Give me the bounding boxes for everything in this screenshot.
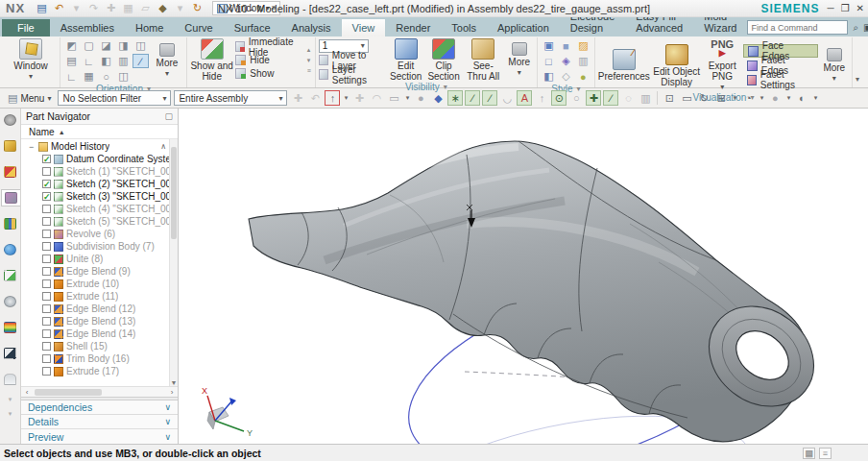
vertex-icon[interactable]: ↑ [534, 90, 549, 106]
tab-render[interactable]: Render [385, 19, 441, 36]
export-png-button[interactable]: PNG▶ Export PNG ▾ [704, 38, 741, 92]
point-icon[interactable]: ✚ [351, 90, 367, 106]
zoom-box-icon[interactable]: ▭ [679, 90, 694, 106]
tree-row[interactable]: Extrude (10) [21, 278, 178, 290]
redo-icon[interactable]: ↷ [86, 2, 101, 15]
snap-settings-icon[interactable]: ▥ [638, 90, 653, 106]
window-switch-button[interactable]: Window ▾ ≡ [212, 1, 280, 15]
circle-icon[interactable]: ○ [568, 90, 584, 106]
tree-row[interactable]: Extrude (11) [21, 290, 178, 303]
cube-icon[interactable]: ◆ [430, 90, 446, 106]
tree-row[interactable]: ✓Sketch (2) "SKETCH_001_ [21, 178, 178, 190]
tree-row[interactable]: Sketch (4) "SKETCH_003_ [21, 203, 178, 215]
hd3d-tool-button[interactable] [1, 241, 20, 258]
shaded-with-edges-icon[interactable]: ▣ [541, 38, 557, 53]
grid-icon[interactable]: ⊞ [713, 90, 729, 106]
menu-button[interactable]: ▤ Menu ▾ [4, 91, 55, 106]
edit-object-display-button[interactable]: Edit Object Display [652, 44, 702, 87]
web-browser-button[interactable] [1, 267, 20, 284]
show-and-hide-button[interactable]: Show and Hide [190, 38, 233, 82]
tab-home[interactable]: Home [125, 19, 174, 36]
top-view-icon[interactable]: ◪ [98, 38, 114, 53]
rectangle-select-icon[interactable]: ▭ [386, 90, 401, 106]
see-thru-all-button[interactable]: See-Thru All [464, 38, 503, 82]
right-view-icon[interactable]: ◫ [133, 38, 149, 53]
paste-icon[interactable]: ▱ [138, 2, 153, 15]
tree-row[interactable]: Edge Blend (9) [21, 265, 178, 278]
tree-row[interactable]: Edge Blend (13) [21, 315, 178, 328]
solid-body[interactable] [249, 141, 833, 442]
angle-point-icon[interactable]: A [517, 90, 532, 106]
feature-checkbox[interactable]: ✓ [42, 192, 51, 201]
wcs-triad[interactable]: X Y [202, 386, 253, 438]
tree-vertical-scrollbar[interactable]: ▼ [169, 139, 178, 386]
undo-dropdown-icon[interactable]: ▾ [69, 2, 84, 15]
zoom-icon[interactable]: ∕ [133, 54, 149, 68]
tree-row[interactable]: Edge Blend (12) [21, 303, 178, 315]
tree-row[interactable]: Revolve (6) [21, 228, 178, 240]
scroll-right-icon[interactable]: › [166, 388, 178, 397]
tab-analysis[interactable]: Analysis [281, 19, 342, 36]
feature-checkbox[interactable]: ✓ [42, 155, 51, 163]
minimize-button[interactable]: ─ [828, 3, 834, 13]
ribbon-overflow-icon[interactable]: ▾ [856, 75, 863, 87]
tab-surface[interactable]: Surface [224, 19, 281, 36]
visual-reports-button[interactable] [1, 319, 20, 336]
tab-file[interactable]: File [2, 19, 50, 36]
reuse-library-button[interactable] [1, 215, 20, 232]
tree-row[interactable]: Sketch (5) "SKETCH_000: [21, 215, 178, 228]
resource-bar-scroll-icon[interactable]: ▾ [9, 397, 12, 402]
details-section[interactable]: Details ∨ [21, 415, 178, 429]
settings-gear-button[interactable] [1, 111, 20, 129]
name-column-header[interactable]: Name ▲ [21, 125, 178, 139]
facet-settings-button[interactable]: Facet Settings [743, 73, 818, 86]
model-history-root-row[interactable]: − Model History ∧ [21, 140, 178, 153]
history-palette-button[interactable] [1, 293, 20, 310]
point-on-line-icon[interactable]: ∕ [603, 90, 618, 106]
fit-view-icon[interactable]: ↑ [325, 90, 340, 106]
tab-assemblies[interactable]: Assemblies [50, 19, 125, 36]
feature-checkbox[interactable] [42, 267, 51, 276]
tree-row[interactable]: Subdivision Body (7) [21, 240, 178, 253]
hide-button[interactable]: Hide [235, 54, 303, 66]
scrollbar-thumb[interactable] [171, 147, 177, 239]
restore-button[interactable]: ❐ [841, 3, 850, 13]
feature-checkbox[interactable] [42, 317, 51, 326]
partially-shaded-icon[interactable]: ◧ [541, 69, 557, 84]
graphics-viewport[interactable]: X Y [179, 109, 868, 444]
tree-row[interactable]: ✓Sketch (3) "SKETCH_002_ [21, 190, 178, 203]
scroll-down-icon[interactable]: ▼ [170, 379, 178, 386]
tab-curve[interactable]: Curve [174, 19, 223, 36]
feature-checkbox[interactable] [42, 217, 51, 226]
brush-dropdown-icon[interactable]: ▾ [173, 2, 187, 15]
snap-extra-icon[interactable]: ◌ [620, 90, 636, 106]
feature-checkbox[interactable] [42, 230, 51, 238]
explode-icon[interactable]: ✚ [290, 90, 305, 106]
group-shrink-controls[interactable]: ▴▾≡ [306, 46, 312, 74]
scrollbar-thumb[interactable] [35, 389, 102, 396]
tree-horizontal-scrollbar[interactable]: ‹ › [21, 386, 178, 397]
end-point-icon[interactable]: ∕ [465, 90, 480, 106]
rotate-view-icon[interactable]: ○ [98, 69, 114, 84]
ray-traced-icon[interactable]: ● [575, 69, 591, 84]
edit-section-button[interactable]: Edit Section [388, 38, 423, 82]
selection-scope-dropdown[interactable]: Entire Assembly ▾ [174, 90, 287, 106]
grid-view-icon[interactable]: ▦ [81, 69, 97, 84]
intersection-point-icon[interactable]: ✚ [586, 90, 601, 106]
tree-row[interactable]: Extrude (17) [21, 365, 178, 377]
tree-row[interactable]: ✓Datum Coordinate Syste [21, 153, 178, 165]
part-navigator-button[interactable] [1, 189, 20, 206]
panel-pin-icon[interactable]: ▢ [164, 111, 173, 121]
face-analysis-icon[interactable]: ▥ [575, 54, 591, 68]
select-dropdown-icon[interactable]: ▾ [403, 90, 411, 106]
copy-icon[interactable]: ▦ [121, 2, 135, 15]
feature-checkbox[interactable] [42, 354, 51, 363]
feature-checkbox[interactable] [42, 255, 51, 263]
feature-checkbox[interactable] [42, 329, 51, 338]
doc-window-icon[interactable]: ▣ [863, 22, 868, 33]
feature-checkbox[interactable] [42, 279, 51, 288]
brush-icon[interactable]: ◆ [156, 2, 170, 15]
style-dropdown-icon[interactable]: ▾ [758, 90, 765, 106]
clip-section-button[interactable]: Clip Section [425, 38, 461, 82]
resource-bar-overflow-icon[interactable]: ▾ [9, 411, 12, 417]
